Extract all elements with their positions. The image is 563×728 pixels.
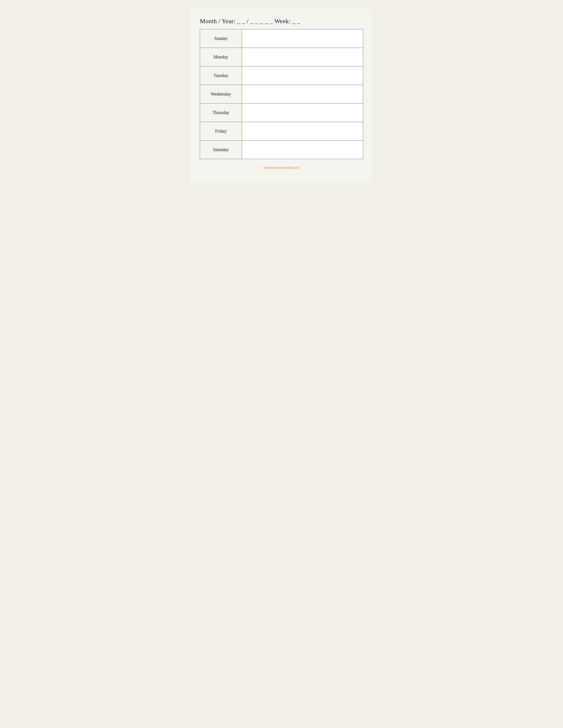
day-label-friday: Friday: [200, 122, 242, 141]
calendar-row: Tuesday: [200, 66, 363, 85]
calendar-row: Thursday: [200, 103, 363, 122]
month-year-week-label: Month / Year: _ _ / _ _ _ _ _ Week: _ _: [200, 18, 300, 24]
footer-link[interactable]: www.blank-calendar.com: [263, 166, 300, 169]
page-container: Month / Year: _ _ / _ _ _ _ _ Week: _ _ …: [191, 9, 372, 183]
calendar-row: Saturday: [200, 141, 363, 159]
day-content-sunday[interactable]: [242, 29, 363, 48]
calendar-row: Wednesday: [200, 85, 363, 103]
calendar-row: Friday: [200, 122, 363, 141]
day-content-monday[interactable]: [242, 48, 363, 66]
day-content-wednesday[interactable]: [242, 85, 363, 103]
day-label-saturday: Saturday: [200, 141, 242, 159]
day-label-monday: Monday: [200, 48, 242, 66]
day-content-saturday[interactable]: [242, 141, 363, 159]
calendar-row: Monday: [200, 48, 363, 66]
calendar-row: Sunday: [200, 29, 363, 48]
day-label-thursday: Thursday: [200, 103, 242, 122]
footer: www.blank-calendar.com: [200, 166, 363, 170]
day-content-thursday[interactable]: [242, 103, 363, 122]
day-label-sunday: Sunday: [200, 29, 242, 48]
day-label-wednesday: Wednesday: [200, 85, 242, 103]
calendar-table: SundayMondayTuesdayWednesdayThursdayFrid…: [200, 29, 363, 159]
day-content-tuesday[interactable]: [242, 66, 363, 85]
day-label-tuesday: Tuesday: [200, 66, 242, 85]
header: Month / Year: _ _ / _ _ _ _ _ Week: _ _: [200, 18, 363, 25]
day-content-friday[interactable]: [242, 122, 363, 141]
